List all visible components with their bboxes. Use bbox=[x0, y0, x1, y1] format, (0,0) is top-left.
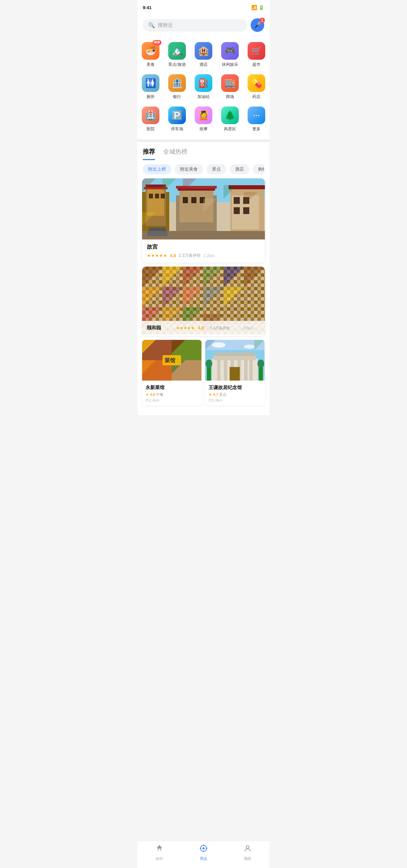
svg-rect-8 bbox=[155, 194, 159, 198]
svg-point-88 bbox=[212, 342, 226, 348]
small-card-right-meta: ★ 4.7 景点 bbox=[209, 392, 261, 397]
small-card-right-body: 王谦故居纪念馆 ★ 4.7 景点 约2.6km bbox=[205, 382, 265, 406]
hotel-icon: 🏨 bbox=[198, 46, 209, 56]
small-card-left[interactable]: 菜馆 永新菜馆 ★ 4.6 中餐 约1.4km bbox=[142, 340, 202, 406]
scenic-icon: 🏔️ bbox=[172, 46, 182, 56]
category-leisure[interactable]: 🎮 休闲娱乐 bbox=[217, 39, 243, 71]
hospital-icon-wrap: 🏥 bbox=[142, 107, 159, 124]
category-hospital[interactable]: 🏥 医院 bbox=[137, 103, 164, 135]
small-card-left-dist: 约1.4km bbox=[146, 398, 198, 403]
tabs-section: 推荐 全城热榜 附近上榜 附近美食 景点 酒店 购物/逛街 bbox=[137, 142, 270, 178]
small-card-left-body: 永新菜馆 ★ 4.6 中餐 约1.4km bbox=[142, 382, 202, 406]
small-card-right-image bbox=[205, 340, 265, 381]
small-card-left-image: 菜馆 bbox=[142, 340, 201, 381]
toilet-icon: 🚻 bbox=[145, 78, 156, 89]
bank-label: 银行 bbox=[173, 94, 181, 100]
svg-rect-4 bbox=[147, 185, 164, 216]
mall-label: 商场 bbox=[226, 94, 234, 100]
toilet-label: 厕所 bbox=[147, 94, 155, 100]
hero-rating: 4.8 bbox=[170, 253, 176, 258]
hospital-icon: 🏥 bbox=[145, 110, 156, 121]
voice-badge: 1 bbox=[259, 18, 265, 23]
hero-reviews: 2.3万条评价 bbox=[179, 253, 201, 258]
svg-rect-7 bbox=[149, 194, 153, 198]
tab-recommend[interactable]: 推荐 bbox=[143, 148, 155, 160]
massage-label: 按摩 bbox=[199, 126, 208, 132]
subtab-nearby-food[interactable]: 附近美食 bbox=[175, 164, 203, 174]
category-massage[interactable]: 💆 按摩 bbox=[190, 103, 217, 135]
hero-card-body: 故宫 ★★★★★ 4.8 2.3万条评价 1.2km bbox=[142, 239, 265, 263]
gas-icon: ⛽ bbox=[198, 78, 209, 89]
gas-label: 加油站 bbox=[197, 94, 210, 100]
svg-text:5.4万条评价: 5.4万条评价 bbox=[210, 326, 230, 330]
svg-point-87 bbox=[257, 360, 264, 368]
svg-rect-9 bbox=[161, 194, 165, 198]
bank-icon-wrap: 🏦 bbox=[168, 74, 186, 92]
voice-icon: 🎤 bbox=[254, 21, 261, 29]
category-pharmacy[interactable]: 💊 药店 bbox=[243, 71, 270, 103]
food-badge: 神券 bbox=[153, 40, 161, 45]
hospital-label: 医院 bbox=[147, 126, 155, 132]
subtab-scenic[interactable]: 景点 bbox=[207, 164, 226, 174]
status-time: 9:41 bbox=[143, 5, 152, 10]
hero-card-image bbox=[142, 178, 265, 239]
category-scenic[interactable]: 🏔️ 景点/旅游 bbox=[164, 39, 190, 71]
svg-point-89 bbox=[244, 345, 255, 349]
category-bank[interactable]: 🏦 银行 bbox=[164, 71, 190, 103]
svg-rect-81 bbox=[244, 359, 248, 381]
small-card-right-name: 王谦故居纪念馆 bbox=[209, 385, 261, 391]
search-icon: 🔍 bbox=[148, 22, 155, 28]
leisure-label: 休闲娱乐 bbox=[222, 62, 238, 67]
content-section: 故宫 ★★★★★ 4.8 2.3万条评价 1.2km bbox=[137, 178, 270, 415]
leisure-icon-wrap: 🎮 bbox=[221, 42, 239, 60]
leisure-icon: 🎮 bbox=[225, 46, 235, 56]
hero-distance: 1.2km bbox=[204, 253, 215, 258]
hero-card[interactable]: 故宫 ★★★★★ 4.8 2.3万条评价 1.2km bbox=[142, 178, 265, 263]
food-icon-wrap: 🍜 神券 bbox=[142, 42, 159, 60]
subtab-hotel[interactable]: 酒店 bbox=[230, 164, 249, 174]
category-food[interactable]: 🍜 神券 美食 bbox=[137, 39, 164, 71]
more-icon: ⋯ bbox=[253, 111, 260, 119]
food-label: 美食 bbox=[147, 62, 155, 67]
svg-rect-23 bbox=[243, 207, 249, 214]
small-card-right[interactable]: 王谦故居纪念馆 ★ 4.7 景点 约2.6km bbox=[205, 340, 265, 406]
category-parking[interactable]: 🅿️ 停车场 bbox=[164, 103, 190, 135]
svg-rect-78 bbox=[224, 359, 227, 381]
more-icon-wrap: ⋯ bbox=[248, 107, 265, 124]
subtab-nearby-top[interactable]: 附近上榜 bbox=[143, 164, 171, 174]
search-input-wrap[interactable]: 🔍 搜附近 bbox=[143, 19, 247, 32]
category-supermarket[interactable]: 🛒 超市 bbox=[243, 39, 270, 71]
scenic-label: 景点/旅游 bbox=[168, 62, 186, 67]
category-section: 🍜 神券 美食 🏔️ 景点/旅游 🏨 酒店 🎮 休闲娱乐 🛒 bbox=[137, 36, 270, 139]
park-icon-wrap: 🌲 bbox=[221, 107, 239, 124]
content-card-2-image: 颐和园 ★★★★★ 4.9 5.4万条评价 3.8km bbox=[142, 267, 265, 334]
voice-button[interactable]: 🎤 1 bbox=[251, 18, 264, 32]
hero-card-meta: ★★★★★ 4.8 2.3万条评价 1.2km bbox=[147, 253, 260, 258]
two-col-cards: 菜馆 永新菜馆 ★ 4.6 中餐 约1.4km bbox=[142, 340, 265, 406]
category-hotel[interactable]: 🏨 酒店 bbox=[190, 39, 217, 71]
svg-text:★★★★★: ★★★★★ bbox=[176, 326, 195, 330]
scenic-icon-wrap: 🏔️ bbox=[168, 42, 186, 60]
search-placeholder: 搜附近 bbox=[158, 22, 173, 28]
parking-icon: 🅿️ bbox=[172, 110, 182, 121]
category-gas[interactable]: ⛽ 加油站 bbox=[190, 71, 217, 103]
small-card-left-name: 永新菜馆 bbox=[146, 385, 198, 391]
category-park[interactable]: 🌲 风景区 bbox=[217, 103, 243, 135]
toilet-icon-wrap: 🚻 bbox=[142, 74, 159, 92]
svg-text:3.8km: 3.8km bbox=[243, 326, 253, 330]
category-toilet[interactable]: 🚻 厕所 bbox=[137, 71, 164, 103]
category-grid: 🍜 神券 美食 🏔️ 景点/旅游 🏨 酒店 🎮 休闲娱乐 🛒 bbox=[137, 39, 270, 135]
svg-rect-14 bbox=[183, 197, 188, 203]
sub-tabs: 附近上榜 附近美食 景点 酒店 购物/逛街 bbox=[143, 160, 264, 178]
pharmacy-label: 药店 bbox=[252, 94, 260, 100]
category-mall[interactable]: 🏬 商场 bbox=[217, 71, 243, 103]
svg-point-85 bbox=[206, 360, 212, 368]
svg-rect-13 bbox=[176, 186, 217, 189]
tab-hot[interactable]: 全城热榜 bbox=[163, 148, 188, 160]
content-card-2[interactable]: 颐和园 ★★★★★ 4.9 5.4万条评价 3.8km bbox=[142, 267, 265, 336]
hero-stars: ★★★★★ bbox=[147, 253, 167, 258]
subtab-shopping[interactable]: 购物/逛街 bbox=[253, 164, 264, 174]
search-bar: 🔍 搜附近 🎤 1 bbox=[137, 15, 270, 36]
park-icon: 🌲 bbox=[225, 110, 235, 121]
category-more[interactable]: ⋯ 更多 bbox=[243, 103, 270, 135]
